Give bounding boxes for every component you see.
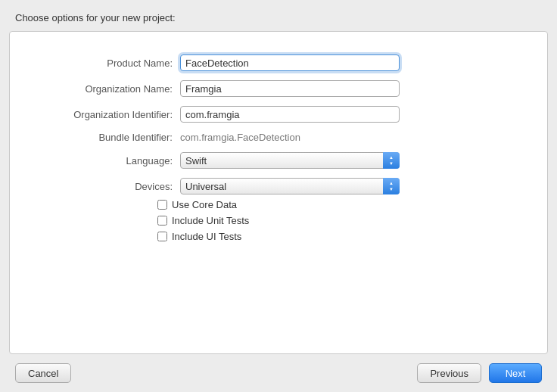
checkboxes-area: Use Core Data Include Unit Tests Include… [10, 199, 547, 242]
language-label: Language: [40, 155, 180, 166]
org-name-row: Organization Name: [40, 80, 517, 97]
language-select[interactable]: Swift Objective-C [180, 152, 400, 169]
dialog-description: Choose options for your new project: [15, 12, 176, 23]
include-ui-tests-row: Include UI Tests [157, 231, 547, 242]
include-ui-tests-label: Include UI Tests [172, 231, 241, 242]
org-name-input[interactable] [180, 80, 400, 97]
include-unit-tests-label: Include Unit Tests [172, 215, 249, 226]
cancel-button[interactable]: Cancel [15, 363, 71, 383]
include-ui-tests-checkbox[interactable] [157, 232, 167, 241]
bundle-identifier-row: Bundle Identifier: com.framgia.FaceDetec… [40, 132, 517, 143]
org-name-field [180, 80, 400, 97]
include-unit-tests-checkbox[interactable] [157, 216, 167, 226]
use-core-data-label: Use Core Data [172, 199, 237, 210]
dialog-footer: Cancel Previous Next [0, 354, 557, 392]
product-name-row: Product Name: [40, 54, 517, 71]
devices-select[interactable]: Universal iPhone iPad [180, 178, 400, 194]
use-core-data-row: Use Core Data [157, 199, 547, 210]
form-area: Product Name: Organization Name: Organiz… [10, 54, 547, 194]
bundle-identifier-field: com.framgia.FaceDetection [180, 132, 400, 143]
bundle-identifier-value: com.framgia.FaceDetection [180, 130, 300, 145]
include-unit-tests-row: Include Unit Tests [157, 215, 547, 226]
org-identifier-field [180, 106, 400, 123]
previous-button[interactable]: Previous [417, 363, 481, 383]
product-name-field [180, 54, 400, 71]
footer-right: Previous Next [417, 363, 542, 383]
language-row: Language: Swift Objective-C [40, 152, 517, 169]
org-identifier-input[interactable] [180, 106, 400, 123]
product-name-label: Product Name: [40, 58, 180, 69]
product-name-input[interactable] [180, 54, 400, 71]
devices-select-wrapper: Universal iPhone iPad [180, 178, 400, 194]
devices-label: Devices: [40, 181, 180, 192]
org-identifier-row: Organization Identifier: [40, 106, 517, 123]
language-select-wrapper: Swift Objective-C [180, 152, 400, 169]
org-name-label: Organization Name: [40, 83, 180, 95]
use-core-data-checkbox[interactable] [157, 200, 167, 210]
bundle-identifier-label: Bundle Identifier: [40, 132, 180, 143]
next-button[interactable]: Next [489, 363, 542, 383]
devices-row: Devices: Universal iPhone iPad [40, 178, 517, 194]
org-identifier-label: Organization Identifier: [40, 109, 180, 120]
dialog-content: Product Name: Organization Name: Organiz… [9, 31, 548, 354]
